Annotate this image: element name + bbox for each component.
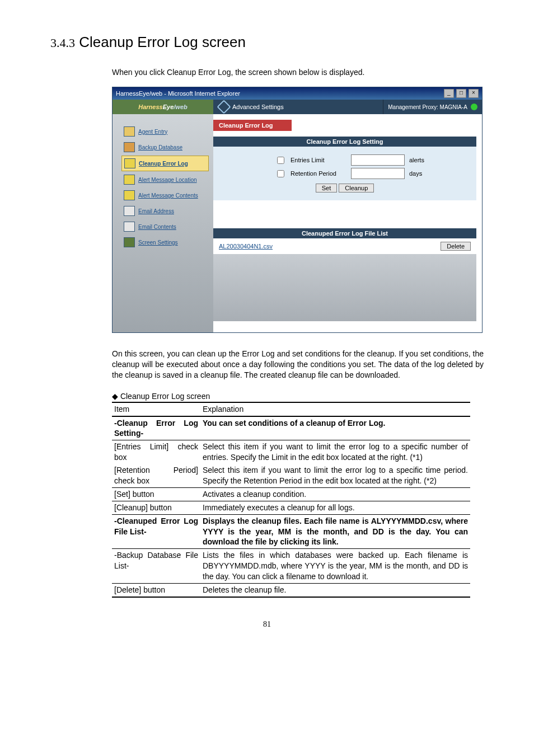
description-paragraph: On this screen, you can clean up the Err… (112, 349, 484, 381)
sidebar-item-email-address[interactable]: Email Address (121, 204, 209, 218)
status-indicator-icon (471, 104, 477, 110)
status-text: Management Proxy: MAGNIA-A (388, 104, 467, 110)
item-cell: -Backup Database File List- (112, 549, 200, 584)
item-cell: [Retention Period] check box (112, 464, 200, 487)
table-row: [Cleanup] buttonImmediately executes a c… (112, 501, 470, 514)
explanation-cell: You can set conditions of a cleanup of E… (200, 416, 470, 440)
item-cell: [Cleanup] button (112, 501, 200, 514)
setting-header: Cleanup Error Log Setting (213, 137, 476, 147)
content-pane: Cleanup Error Log Cleanup Error Log Sett… (213, 114, 482, 332)
table-row: -Cleanup Error Log Setting-You can set c… (112, 416, 470, 440)
page-number: 81 (50, 620, 484, 629)
table-caption: ◆ Cleanup Error Log screen (112, 392, 484, 401)
sidebar-item-label: Screen Settings (138, 240, 178, 246)
item-cell: [Delete] button (112, 584, 200, 597)
sidebar-item-label: Agent Entry (138, 129, 167, 135)
app-body: Agent Entry Backup Database Cleanup Erro… (113, 114, 482, 332)
sidebar-item-label: Backup Database (138, 144, 182, 151)
sidebar-item-alert-location[interactable]: Alert Message Location (121, 172, 209, 187)
envelope-icon (124, 206, 135, 216)
sidebar-item-email-contents[interactable]: Email Contents (121, 219, 209, 234)
sidebar-item-label: Email Contents (138, 224, 176, 230)
minimize-icon[interactable]: _ (444, 89, 454, 98)
set-button[interactable]: Set (316, 184, 338, 192)
retention-row: Retention Period days (224, 168, 465, 179)
item-cell: [Set] button (112, 487, 200, 501)
sidebar-item-alert-contents[interactable]: Alert Message Contents (121, 188, 209, 203)
entries-limit-unit: alerts (409, 157, 437, 163)
section-number: 3.4.3 (50, 36, 75, 50)
logo-suffix: /web (174, 104, 187, 110)
explanation-table: Item Explanation -Cleanup Error Log Sett… (112, 402, 470, 598)
sidebar-item-cleanup-error-log[interactable]: Cleanup Error Log (121, 156, 209, 171)
screen-icon (124, 237, 135, 247)
warning-icon (124, 175, 135, 185)
col-item: Item (112, 402, 200, 416)
retention-checkbox[interactable] (277, 170, 284, 177)
window-buttons: _ □ × (443, 89, 479, 98)
retention-input[interactable] (351, 168, 405, 179)
explanation-cell: Displays the cleanup files. Each file na… (200, 514, 470, 549)
sidebar-item-label: Alert Message Location (138, 177, 197, 183)
table-row: -Backup Database File List-Lists the fil… (112, 549, 470, 584)
explanation-cell: Select this item if you want to limit th… (200, 440, 470, 464)
entries-limit-row: Entries Limit alerts (224, 154, 465, 166)
logo-prefix: Harness (138, 104, 162, 110)
maximize-icon[interactable]: □ (456, 89, 466, 98)
explanation-cell: Deletes the cleanup file. (200, 584, 470, 597)
item-cell: [Entries Limit] check box (112, 440, 200, 464)
app-topbar: HarnessEye/web Advanced Settings Managem… (113, 100, 482, 114)
sidebar-item-backup-db[interactable]: Backup Database (121, 140, 209, 154)
sidebar-item-screen-settings[interactable]: Screen Settings (121, 235, 209, 250)
database-icon (124, 142, 135, 152)
retention-unit: days (409, 170, 437, 177)
intro-paragraph: When you click Cleanup Error Log, the sc… (112, 68, 484, 77)
screenshot-figure: HarnessEye/web - Microsoft Internet Expl… (112, 87, 484, 333)
breadcrumb: Advanced Settings (213, 100, 383, 114)
breadcrumb-label: Advanced Settings (232, 104, 284, 110)
sidebar: Agent Entry Backup Database Cleanup Erro… (113, 114, 213, 332)
warning-icon (124, 190, 135, 200)
file-list-header: Cleanuped Error Log File List (213, 228, 476, 238)
app-logo: HarnessEye/web (113, 100, 213, 114)
window-titlebar: HarnessEye/web - Microsoft Internet Expl… (113, 87, 482, 100)
entries-limit-checkbox[interactable] (277, 157, 284, 164)
close-icon[interactable]: × (469, 89, 479, 98)
wrench-icon (217, 100, 231, 114)
table-row: [Retention Period] check boxSelect this … (112, 464, 470, 487)
cleanup-button[interactable]: Cleanup (339, 184, 374, 192)
explanation-cell: Lists the files in which databases were … (200, 549, 470, 584)
table-row: -Cleanuped Error Log File List-Displays … (112, 514, 470, 549)
entries-limit-label: Entries Limit (291, 157, 346, 163)
sidebar-item-agent-entry[interactable]: Agent Entry (121, 124, 209, 139)
panel-title: Cleanup Error Log (213, 120, 292, 131)
sidebar-item-label: Cleanup Error Log (139, 161, 188, 167)
warning-icon (124, 158, 135, 168)
retention-label: Retention Period (291, 170, 346, 177)
table-header-row: Item Explanation (112, 402, 470, 416)
setting-form: Entries Limit alerts Retention Period da… (213, 147, 476, 200)
folder-icon (124, 126, 135, 137)
item-cell: -Cleanup Error Log Setting- (112, 416, 200, 440)
item-cell: -Cleanuped Error Log File List- (112, 514, 200, 549)
envelope-icon (124, 222, 135, 232)
entries-limit-input[interactable] (351, 154, 405, 166)
delete-button[interactable]: Delete (441, 242, 471, 251)
logo-mid: Eye (163, 104, 174, 110)
sidebar-item-label: Email Address (138, 208, 174, 214)
section-title-text: Cleanup Error Log screen (79, 34, 246, 50)
empty-area (213, 254, 476, 321)
explanation-cell: Activates a cleanup condition. (200, 487, 470, 501)
section-heading: 3.4.3 Cleanup Error Log screen (50, 34, 484, 51)
sidebar-item-label: Alert Message Contents (138, 192, 198, 199)
col-explanation: Explanation (200, 402, 470, 416)
table-row: [Set] buttonActivates a cleanup conditio… (112, 487, 470, 501)
status-area: Management Proxy: MAGNIA-A (383, 100, 482, 114)
table-row: [Entries Limit] check boxSelect this ite… (112, 440, 470, 464)
explanation-cell: Immediately executes a cleanup for all l… (200, 501, 470, 514)
cleanup-file-link[interactable]: AL20030404N1.csv (219, 243, 273, 250)
table-row: [Delete] buttonDeletes the cleanup file. (112, 584, 470, 597)
file-list-row: AL20030404N1.csv Delete (213, 238, 476, 254)
ie-window: HarnessEye/web - Microsoft Internet Expl… (112, 87, 483, 333)
explanation-cell: Select this item if you want to limit th… (200, 464, 470, 487)
